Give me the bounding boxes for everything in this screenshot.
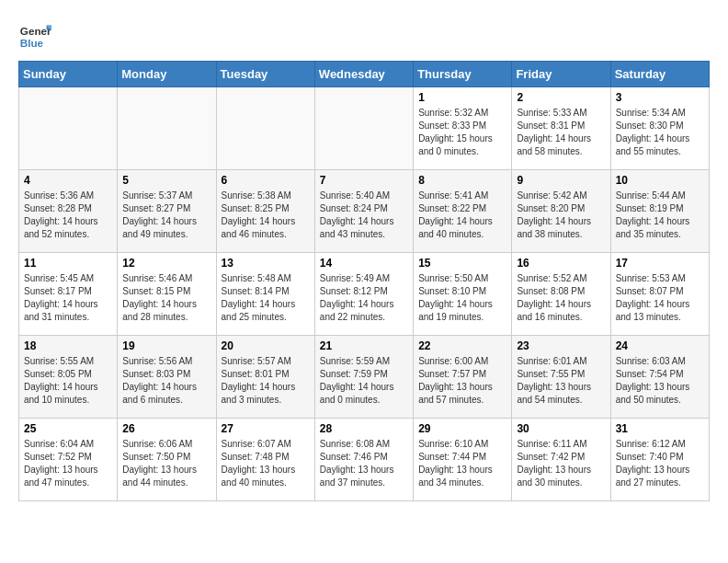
calendar-cell: 12Sunrise: 5:46 AMSunset: 8:15 PMDayligh… [118, 253, 216, 336]
day-number: 7 [320, 174, 408, 187]
calendar-cell: 31Sunrise: 6:12 AMSunset: 7:40 PMDayligh… [610, 419, 709, 501]
day-number: 5 [122, 174, 210, 187]
day-info: Sunrise: 5:46 AMSunset: 8:15 PMDaylight:… [122, 272, 210, 324]
day-number: 9 [517, 174, 605, 187]
calendar-cell: 8Sunrise: 5:41 AMSunset: 8:22 PMDaylight… [414, 170, 512, 253]
svg-text:Blue: Blue [20, 37, 44, 49]
day-info: Sunrise: 5:34 AMSunset: 8:30 PMDaylight:… [616, 107, 704, 158]
day-info: Sunrise: 5:36 AMSunset: 8:28 PMDaylight:… [24, 190, 112, 241]
weekday-header-monday: Monday [118, 62, 216, 87]
day-number: 24 [616, 339, 704, 352]
page-header: General Blue [18, 18, 710, 52]
day-number: 25 [24, 422, 112, 435]
day-info: Sunrise: 5:52 AMSunset: 8:08 PMDaylight:… [517, 272, 605, 324]
calendar-cell: 9Sunrise: 5:42 AMSunset: 8:20 PMDaylight… [512, 170, 610, 253]
calendar-cell: 13Sunrise: 5:48 AMSunset: 8:14 PMDayligh… [216, 253, 314, 336]
day-info: Sunrise: 5:40 AMSunset: 8:24 PMDaylight:… [320, 190, 408, 241]
day-number: 23 [517, 339, 605, 352]
day-info: Sunrise: 5:38 AMSunset: 8:25 PMDaylight:… [222, 190, 310, 241]
calendar-cell: 29Sunrise: 6:10 AMSunset: 7:44 PMDayligh… [414, 419, 512, 501]
day-number: 15 [418, 257, 506, 270]
day-number: 17 [616, 257, 704, 270]
day-info: Sunrise: 6:01 AMSunset: 7:55 PMDaylight:… [517, 355, 605, 407]
calendar-cell: 17Sunrise: 5:53 AMSunset: 8:07 PMDayligh… [610, 253, 709, 336]
day-number: 31 [616, 422, 704, 435]
week-row-5: 25Sunrise: 6:04 AMSunset: 7:52 PMDayligh… [19, 419, 710, 501]
calendar-cell: 19Sunrise: 5:56 AMSunset: 8:03 PMDayligh… [118, 336, 216, 419]
weekday-header-thursday: Thursday [414, 62, 512, 87]
calendar-cell [19, 87, 118, 170]
day-number: 19 [122, 339, 210, 352]
weekday-header-friday: Friday [512, 62, 610, 87]
day-info: Sunrise: 5:32 AMSunset: 8:33 PMDaylight:… [418, 107, 506, 158]
day-number: 26 [122, 422, 210, 435]
day-info: Sunrise: 5:44 AMSunset: 8:19 PMDaylight:… [616, 190, 704, 241]
calendar-cell: 23Sunrise: 6:01 AMSunset: 7:55 PMDayligh… [512, 336, 610, 419]
calendar-cell: 27Sunrise: 6:07 AMSunset: 7:48 PMDayligh… [216, 419, 314, 501]
weekday-header-sunday: Sunday [19, 62, 118, 87]
calendar-cell: 6Sunrise: 5:38 AMSunset: 8:25 PMDaylight… [216, 170, 314, 253]
day-number: 18 [24, 339, 112, 352]
day-info: Sunrise: 6:07 AMSunset: 7:48 PMDaylight:… [222, 438, 310, 489]
day-number: 8 [418, 174, 506, 187]
day-info: Sunrise: 5:41 AMSunset: 8:22 PMDaylight:… [418, 190, 506, 241]
day-info: Sunrise: 5:59 AMSunset: 7:59 PMDaylight:… [320, 355, 408, 407]
day-number: 16 [517, 257, 605, 270]
day-number: 2 [517, 91, 605, 104]
day-info: Sunrise: 5:42 AMSunset: 8:20 PMDaylight:… [517, 190, 605, 241]
day-info: Sunrise: 6:11 AMSunset: 7:42 PMDaylight:… [517, 438, 605, 489]
day-info: Sunrise: 5:49 AMSunset: 8:12 PMDaylight:… [320, 272, 408, 324]
calendar-cell [118, 87, 216, 170]
calendar-cell [216, 87, 314, 170]
day-info: Sunrise: 5:37 AMSunset: 8:27 PMDaylight:… [122, 190, 210, 241]
week-row-2: 4Sunrise: 5:36 AMSunset: 8:28 PMDaylight… [19, 170, 710, 253]
calendar-cell: 22Sunrise: 6:00 AMSunset: 7:57 PMDayligh… [414, 336, 512, 419]
day-info: Sunrise: 5:55 AMSunset: 8:05 PMDaylight:… [24, 355, 112, 407]
calendar-cell: 10Sunrise: 5:44 AMSunset: 8:19 PMDayligh… [610, 170, 709, 253]
day-info: Sunrise: 6:08 AMSunset: 7:46 PMDaylight:… [320, 438, 408, 489]
day-info: Sunrise: 5:50 AMSunset: 8:10 PMDaylight:… [418, 272, 506, 324]
week-row-4: 18Sunrise: 5:55 AMSunset: 8:05 PMDayligh… [19, 336, 710, 419]
calendar-cell: 16Sunrise: 5:52 AMSunset: 8:08 PMDayligh… [512, 253, 610, 336]
week-row-3: 11Sunrise: 5:45 AMSunset: 8:17 PMDayligh… [19, 253, 710, 336]
day-number: 28 [320, 422, 408, 435]
calendar-cell: 5Sunrise: 5:37 AMSunset: 8:27 PMDaylight… [118, 170, 216, 253]
calendar-cell: 28Sunrise: 6:08 AMSunset: 7:46 PMDayligh… [314, 419, 413, 501]
calendar-cell: 14Sunrise: 5:49 AMSunset: 8:12 PMDayligh… [314, 253, 413, 336]
day-info: Sunrise: 6:10 AMSunset: 7:44 PMDaylight:… [418, 438, 506, 489]
day-number: 14 [320, 257, 408, 270]
calendar-cell: 30Sunrise: 6:11 AMSunset: 7:42 PMDayligh… [512, 419, 610, 501]
weekday-header-saturday: Saturday [610, 62, 709, 87]
calendar-cell: 7Sunrise: 5:40 AMSunset: 8:24 PMDaylight… [314, 170, 413, 253]
day-number: 20 [222, 339, 310, 352]
day-number: 29 [418, 422, 506, 435]
calendar-cell: 25Sunrise: 6:04 AMSunset: 7:52 PMDayligh… [19, 419, 118, 501]
logo: General Blue [18, 18, 51, 52]
calendar-cell: 21Sunrise: 5:59 AMSunset: 7:59 PMDayligh… [314, 336, 413, 419]
day-number: 1 [418, 91, 506, 104]
calendar-cell: 20Sunrise: 5:57 AMSunset: 8:01 PMDayligh… [216, 336, 314, 419]
weekday-header-row: SundayMondayTuesdayWednesdayThursdayFrid… [19, 62, 710, 87]
calendar-cell: 1Sunrise: 5:32 AMSunset: 8:33 PMDaylight… [414, 87, 512, 170]
day-number: 30 [517, 422, 605, 435]
day-info: Sunrise: 5:57 AMSunset: 8:01 PMDaylight:… [222, 355, 310, 407]
weekday-header-tuesday: Tuesday [216, 62, 314, 87]
day-number: 10 [616, 174, 704, 187]
calendar-cell: 2Sunrise: 5:33 AMSunset: 8:31 PMDaylight… [512, 87, 610, 170]
day-number: 21 [320, 339, 408, 352]
weekday-header-wednesday: Wednesday [314, 62, 413, 87]
day-info: Sunrise: 6:04 AMSunset: 7:52 PMDaylight:… [24, 438, 112, 489]
day-number: 3 [616, 91, 704, 104]
calendar-cell: 4Sunrise: 5:36 AMSunset: 8:28 PMDaylight… [19, 170, 118, 253]
day-info: Sunrise: 6:03 AMSunset: 7:54 PMDaylight:… [616, 355, 704, 407]
day-number: 4 [24, 174, 112, 187]
logo-icon: General Blue [18, 18, 51, 52]
day-info: Sunrise: 5:48 AMSunset: 8:14 PMDaylight:… [222, 272, 310, 324]
day-info: Sunrise: 5:33 AMSunset: 8:31 PMDaylight:… [517, 107, 605, 158]
day-info: Sunrise: 5:45 AMSunset: 8:17 PMDaylight:… [24, 272, 112, 324]
week-row-1: 1Sunrise: 5:32 AMSunset: 8:33 PMDaylight… [19, 87, 710, 170]
day-number: 27 [222, 422, 310, 435]
day-number: 12 [122, 257, 210, 270]
calendar-cell: 18Sunrise: 5:55 AMSunset: 8:05 PMDayligh… [19, 336, 118, 419]
day-info: Sunrise: 5:56 AMSunset: 8:03 PMDaylight:… [122, 355, 210, 407]
